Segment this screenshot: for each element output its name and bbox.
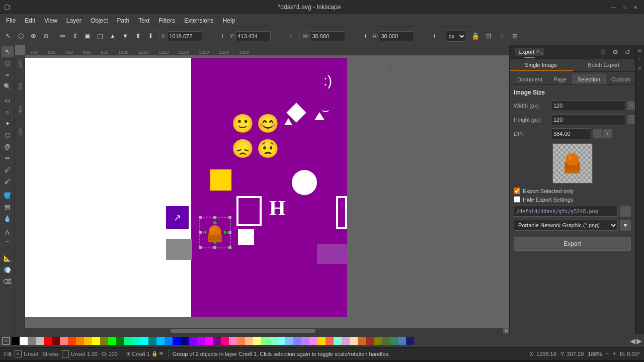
menu-extensions[interactable]: Extensions	[180, 16, 218, 25]
maximize-button[interactable]: □	[620, 3, 629, 12]
color-swatch[interactable]	[390, 337, 398, 345]
measure-tool[interactable]: 📐	[2, 253, 14, 264]
h-minus-btn[interactable]: −	[415, 30, 427, 42]
w-plus-btn[interactable]: +	[359, 30, 371, 42]
lower-btn[interactable]: ▼	[119, 30, 131, 42]
format-select[interactable]: Portable Network Graphic (*.png) JPEG (*…	[514, 220, 618, 231]
zoom-plus-btn[interactable]: +	[613, 351, 616, 357]
color-swatch[interactable]	[309, 337, 317, 345]
zoom-minus-btn[interactable]: −	[606, 351, 609, 357]
connector-tool[interactable]: ⌒	[2, 239, 14, 250]
menu-view[interactable]: View	[40, 16, 61, 25]
bucket-tool[interactable]: 🪣	[2, 190, 14, 201]
guide-btn[interactable]: +	[636, 55, 644, 63]
menu-path[interactable]: Path	[113, 16, 134, 25]
zoom-tool[interactable]: 🔍	[2, 81, 14, 92]
export-selected-checkbox[interactable]	[514, 188, 520, 194]
color-swatch[interactable]	[12, 337, 20, 345]
dpi-plus-btn[interactable]: +	[603, 129, 612, 138]
export-icon[interactable]: Export ✕	[524, 47, 535, 58]
color-swatch[interactable]	[342, 337, 350, 345]
panel-menu-icon[interactable]: ☰	[598, 47, 609, 58]
menu-text[interactable]: Text	[134, 16, 153, 25]
flip-v-btn[interactable]: ⇕	[69, 30, 81, 42]
ungroup-btn[interactable]: ▢	[94, 30, 106, 42]
color-swatch[interactable]	[237, 337, 245, 345]
color-swatch[interactable]	[253, 337, 261, 345]
panel-refresh-icon[interactable]: ↺	[622, 47, 633, 58]
gradient-tool[interactable]: ▤	[2, 202, 14, 213]
canvas-content[interactable]: :) ⌣ 🙂 😊 😞 😟 +	[25, 55, 509, 334]
color-swatch[interactable]	[285, 337, 293, 345]
menu-file[interactable]: File	[2, 16, 20, 25]
color-swatch[interactable]	[100, 337, 108, 345]
color-swatch[interactable]	[301, 337, 309, 345]
dpi-input[interactable]	[551, 128, 591, 139]
tab-batch-export[interactable]: Batch Export	[573, 59, 635, 71]
filepath-browse-btn[interactable]: …	[620, 206, 631, 217]
menu-layer[interactable]: Layer	[62, 16, 86, 25]
node-tool-btn[interactable]: ⬡	[15, 30, 27, 42]
w-input[interactable]	[310, 31, 345, 41]
text-tool[interactable]: A	[2, 227, 14, 238]
dpi-minus-btn[interactable]: −	[593, 129, 602, 138]
h-plus-btn[interactable]: +	[428, 30, 440, 42]
spiral-tool[interactable]: @	[2, 141, 14, 152]
color-swatch[interactable]	[148, 337, 156, 345]
height-minus-btn[interactable]: −	[627, 115, 635, 124]
color-swatch[interactable]	[28, 337, 36, 345]
palette-left-btn[interactable]: ◀	[630, 337, 635, 345]
color-swatch[interactable]	[76, 337, 84, 345]
x-input[interactable]	[167, 31, 202, 41]
canvas-area[interactable]: 750 800 850 900 950 1000 1050 1100 1150 …	[15, 45, 509, 334]
color-swatch[interactable]	[350, 337, 358, 345]
align-panel-icon[interactable]: ≡	[536, 47, 547, 58]
x-minus-btn[interactable]: −	[203, 30, 215, 42]
snap-toggle-btn[interactable]: ⊞	[636, 46, 644, 54]
color-swatch[interactable]	[406, 337, 414, 345]
minimize-button[interactable]: —	[609, 3, 618, 12]
flip-h-btn[interactable]: ⇔	[56, 30, 68, 42]
color-swatch[interactable]	[132, 337, 140, 345]
panel-settings-icon[interactable]: ⚙	[610, 47, 621, 58]
color-swatch[interactable]	[92, 337, 100, 345]
color-swatch[interactable]	[60, 337, 68, 345]
snap-btn[interactable]: ⊞	[509, 30, 521, 42]
horizontal-scrollbar[interactable]	[25, 328, 509, 334]
color-swatch[interactable]	[213, 337, 221, 345]
color-swatch[interactable]	[116, 337, 124, 345]
tab-page[interactable]: Page	[548, 74, 572, 84]
raise-btn[interactable]: ▲	[107, 30, 119, 42]
color-swatch[interactable]	[68, 337, 76, 345]
color-swatch[interactable]	[181, 337, 189, 345]
color-swatch[interactable]	[229, 337, 237, 345]
select-tool-btn[interactable]: ↖	[2, 30, 14, 42]
transform-btn[interactable]: ⊡	[482, 30, 495, 42]
color-swatch[interactable]	[197, 337, 205, 345]
color-swatch[interactable]	[36, 337, 44, 345]
canvas-resize-handle[interactable]	[503, 328, 509, 334]
lock-ratio-btn[interactable]: 🔒	[469, 30, 481, 42]
color-swatch[interactable]	[334, 337, 342, 345]
filepath-input[interactable]	[514, 206, 618, 217]
color-swatch[interactable]	[374, 337, 382, 345]
close-button[interactable]: ✕	[631, 3, 640, 12]
purple-arrow-box[interactable]: ↗	[166, 206, 189, 229]
align-btn[interactable]: ≡	[496, 30, 508, 42]
spray-tool[interactable]: 💨	[2, 264, 14, 276]
color-swatch[interactable]	[221, 337, 229, 345]
ellipse-tool[interactable]: ○	[2, 107, 14, 118]
tab-custom[interactable]: Custom	[606, 74, 636, 84]
hide-settings-checkbox[interactable]	[514, 196, 520, 203]
color-swatch[interactable]	[165, 337, 173, 345]
fill-swatch[interactable]: ✕	[15, 350, 22, 357]
node-edit-tool[interactable]: ⬡	[2, 58, 14, 69]
color-swatch[interactable]	[52, 337, 60, 345]
color-swatch[interactable]	[398, 337, 406, 345]
menu-filters[interactable]: Filters	[154, 16, 179, 25]
dropper-tool[interactable]: 💧	[2, 213, 14, 224]
tab-single-image[interactable]: Single Image	[510, 59, 573, 71]
menu-edit[interactable]: Edit	[21, 16, 39, 25]
pencil-tool[interactable]: ✏	[2, 153, 14, 164]
color-swatch[interactable]	[44, 337, 52, 345]
